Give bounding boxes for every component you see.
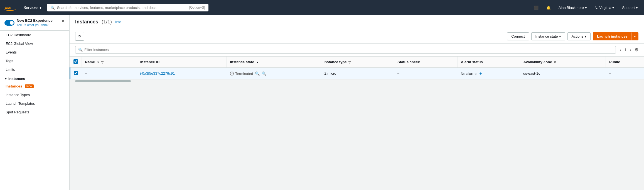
table-settings-icon[interactable]: ⚙: [635, 47, 638, 52]
select-all-checkbox[interactable]: [73, 59, 78, 64]
new-experience-toggle[interactable]: [4, 20, 14, 26]
th-public: Public: [606, 57, 644, 68]
page-number: 1: [625, 48, 626, 52]
sidebar-item-ec2-dashboard[interactable]: EC2 Dashboard: [0, 31, 69, 39]
sidebar-item-tags[interactable]: Tags: [0, 57, 69, 65]
table-header-row: Name ▼ ▽ Instance ID Instance state ▲: [70, 57, 644, 68]
th-instance-type: Instance type ▽: [320, 57, 394, 68]
filter-input[interactable]: [84, 48, 613, 52]
region-label: N. Virginia: [595, 6, 611, 10]
state-circle-icon: [230, 72, 234, 75]
new-exp-label: New EC2 Experience: [17, 18, 53, 23]
page-title: Instances: [75, 19, 98, 25]
sidebar-item-events[interactable]: Events: [0, 48, 69, 57]
refresh-button[interactable]: ↻: [75, 32, 84, 41]
instances-table: Name ▼ ▽ Instance ID Instance state ▲: [70, 57, 644, 79]
state-badge: Terminated 🔍 🔍: [230, 71, 266, 76]
name-sort-icon[interactable]: ▼: [97, 61, 100, 64]
sidebar-item-instance-types[interactable]: Instance Types: [0, 91, 69, 99]
services-chevron-icon: ▾: [40, 5, 41, 10]
scroll-thumb[interactable]: [75, 80, 131, 82]
support-menu[interactable]: Support ▾: [620, 4, 640, 11]
row-availability-zone: us-east-1c: [520, 68, 606, 79]
user-menu[interactable]: Alan Blackmore ▾: [557, 4, 589, 11]
row-checkbox-cell[interactable]: [70, 68, 82, 79]
search-shortcut: [Option+S]: [189, 6, 205, 9]
pagination-prev-button[interactable]: ‹: [618, 47, 623, 53]
services-menu[interactable]: Services ▾: [21, 4, 44, 11]
filter-input-wrapper[interactable]: 🔍: [75, 46, 616, 53]
instance-id-link[interactable]: i-0a3f5e337c2276c91: [140, 71, 175, 75]
th-availability-zone: Availability Zone ▽: [520, 57, 606, 68]
row-checkbox[interactable]: [74, 71, 78, 75]
horizontal-scrollbar[interactable]: [70, 79, 644, 82]
top-navigation: aws Services ▾ 🔍 [Option+S] ⬛ 🔔 Alan Bla…: [0, 0, 644, 15]
nav-right-items: ⬛ 🔔 Alan Blackmore ▾ N. Virginia ▾ Suppo…: [532, 4, 640, 11]
cloud-shell-icon[interactable]: ⬛: [532, 4, 540, 11]
aws-logo[interactable]: aws: [4, 4, 16, 11]
instances-section-label: Instances: [8, 77, 25, 81]
name-filter-icon[interactable]: ▽: [101, 61, 104, 64]
launch-instances-button[interactable]: Launch instances: [593, 32, 631, 40]
type-filter-icon[interactable]: ▽: [348, 61, 351, 64]
close-banner-button[interactable]: ✕: [61, 18, 65, 24]
state-zoom-icon[interactable]: 🔍: [262, 71, 266, 76]
instance-state-button[interactable]: Instance state ▾: [531, 32, 565, 40]
add-alarm-button[interactable]: +: [479, 71, 482, 76]
row-instance-id: i-0a3f5e337c2276c91: [137, 68, 227, 79]
sidebar-section-instances[interactable]: ▼ Instances: [0, 74, 69, 82]
user-chevron-icon: ▾: [585, 6, 587, 10]
info-link[interactable]: Info: [115, 20, 121, 24]
instance-state-chevron-icon: ▾: [559, 34, 561, 38]
notifications-icon[interactable]: 🔔: [545, 4, 552, 11]
sidebar-item-label: Events: [6, 50, 17, 54]
support-label: Support: [622, 6, 635, 10]
instances-new-badge: New: [25, 84, 34, 88]
new-exp-toggle-group: New EC2 Experience Tell us what you thin…: [4, 18, 53, 27]
instance-state-label: Instance state: [535, 34, 558, 38]
row-status-check: –: [394, 68, 458, 79]
pagination-controls: ‹ 1 › ⚙: [618, 47, 638, 53]
sidebar-item-label: Spot Requests: [6, 110, 29, 114]
sidebar-item-label: EC2 Dashboard: [6, 33, 31, 37]
th-name: Name ▼ ▽: [82, 57, 137, 68]
services-label: Services: [23, 5, 38, 10]
sidebar-item-instances[interactable]: Instances New: [0, 82, 69, 91]
actions-chevron-icon: ▾: [584, 34, 586, 38]
main-content: Instances (1/1) Info ↻ Connect Instance …: [70, 15, 644, 190]
filter-bar: 🔍 ‹ 1 › ⚙: [70, 44, 644, 57]
sidebar-item-spot-requests[interactable]: Spot Requests: [0, 108, 69, 116]
pagination-next-button[interactable]: ›: [628, 47, 633, 53]
actions-button[interactable]: Actions ▾: [567, 32, 591, 40]
instances-section-chevron-icon: ▼: [4, 77, 7, 80]
refresh-icon: ↻: [78, 34, 81, 38]
sidebar-item-ec2-global-view[interactable]: EC2 Global View: [0, 39, 69, 48]
filter-search-icon: 🔍: [78, 48, 83, 52]
instances-count: (1/1): [102, 19, 112, 25]
row-alarm-status: No alarms +: [457, 68, 520, 79]
user-name: Alan Blackmore: [559, 6, 584, 10]
actions-label: Actions: [572, 34, 584, 38]
state-sort-icon[interactable]: ▲: [256, 61, 259, 64]
global-search-bar[interactable]: 🔍 [Option+S]: [47, 4, 208, 11]
launch-dropdown-chevron-icon: ▾: [634, 34, 636, 38]
sidebar-item-label: Launch Templates: [6, 101, 35, 106]
sidebar-item-label: EC2 Global View: [6, 42, 33, 46]
sidebar: New EC2 Experience Tell us what you thin…: [0, 15, 70, 190]
svg-text:aws: aws: [5, 6, 11, 9]
search-input[interactable]: [57, 6, 187, 10]
launch-instances-dropdown-button[interactable]: ▾: [631, 32, 638, 40]
state-search-icon[interactable]: 🔍: [255, 71, 260, 76]
az-filter-icon[interactable]: ▽: [554, 61, 556, 64]
region-menu[interactable]: N. Virginia ▾: [593, 4, 616, 11]
th-checkbox: [70, 57, 82, 68]
new-exp-feedback-link[interactable]: Tell us what you think: [17, 23, 53, 27]
sidebar-item-limits[interactable]: Limits: [0, 65, 69, 74]
sidebar-item-label: Limits: [6, 67, 15, 72]
sidebar-item-label: Tags: [6, 59, 13, 63]
row-public: –: [606, 68, 644, 79]
sidebar-item-launch-templates[interactable]: Launch Templates: [0, 99, 69, 108]
connect-button[interactable]: Connect: [507, 32, 529, 40]
instances-table-container: Name ▼ ▽ Instance ID Instance state ▲: [70, 57, 644, 79]
instances-header: Instances (1/1) Info: [70, 15, 644, 29]
